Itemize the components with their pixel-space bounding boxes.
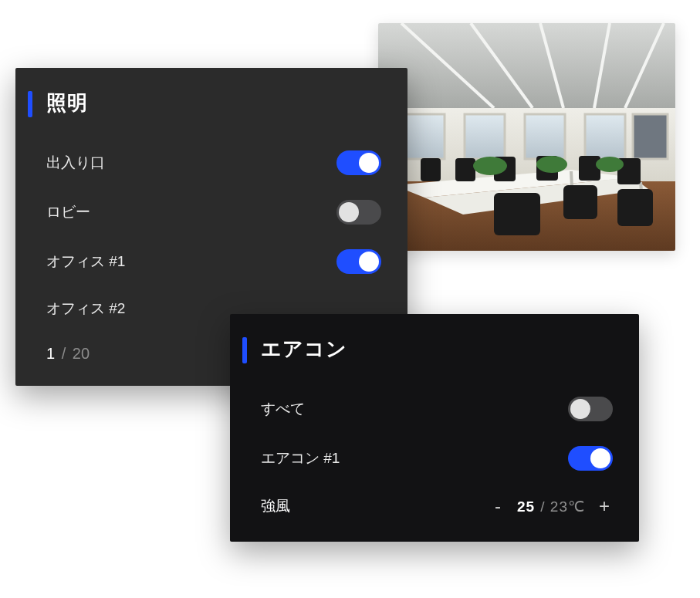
toggle-ac-unit1[interactable] (568, 446, 613, 471)
svg-point-27 (473, 157, 507, 175)
temp-sep: / (539, 498, 546, 515)
ac-fan-label: 強風 (261, 496, 290, 516)
svg-rect-24 (494, 193, 540, 235)
office-photo (378, 23, 675, 251)
toggle-office1[interactable] (336, 249, 381, 274)
ac-title: エアコン (261, 336, 613, 363)
ac-row-unit1: エアコン #1 (261, 434, 613, 483)
page-sep: / (59, 345, 69, 362)
svg-rect-25 (563, 185, 597, 219)
page-current: 1 (46, 345, 55, 362)
temp-ambient: 23℃ (550, 498, 585, 515)
svg-point-28 (536, 156, 567, 173)
toggle-entrance[interactable] (336, 150, 381, 175)
ac-row-label: すべて (261, 399, 568, 419)
lighting-title: 照明 (46, 90, 381, 117)
ac-row-label: エアコン #1 (261, 448, 568, 468)
svg-rect-19 (455, 158, 475, 181)
page-total: 20 (73, 345, 90, 362)
ac-panel: エアコン すべて エアコン #1 強風 - 25 / 23℃ + (230, 314, 639, 542)
ac-fan-row: 強風 - 25 / 23℃ + (261, 483, 613, 519)
ac-row-all: すべて (261, 384, 613, 434)
svg-rect-18 (421, 158, 441, 181)
svg-rect-8 (465, 114, 505, 159)
lighting-row-office1: オフィス #1 (46, 237, 381, 286)
toggle-ac-all[interactable] (568, 397, 613, 421)
svg-rect-9 (525, 114, 565, 159)
svg-point-29 (596, 157, 624, 172)
lighting-row-entrance: 出入り口 (46, 138, 381, 188)
lighting-row-lobby: ロビー (46, 188, 381, 237)
lighting-row-label: オフィス #1 (46, 252, 336, 272)
svg-rect-22 (579, 156, 600, 181)
temp-plus-button[interactable]: + (596, 495, 613, 517)
svg-rect-10 (585, 114, 625, 159)
temp-setpoint: 25 (517, 498, 535, 515)
temp-minus-button[interactable]: - (489, 495, 506, 517)
lighting-row-label: ロビー (46, 202, 336, 222)
svg-rect-11 (633, 114, 668, 159)
toggle-lobby[interactable] (336, 200, 381, 225)
lighting-row-label: 出入り口 (46, 153, 336, 173)
svg-rect-26 (617, 189, 653, 226)
svg-rect-7 (404, 114, 445, 159)
